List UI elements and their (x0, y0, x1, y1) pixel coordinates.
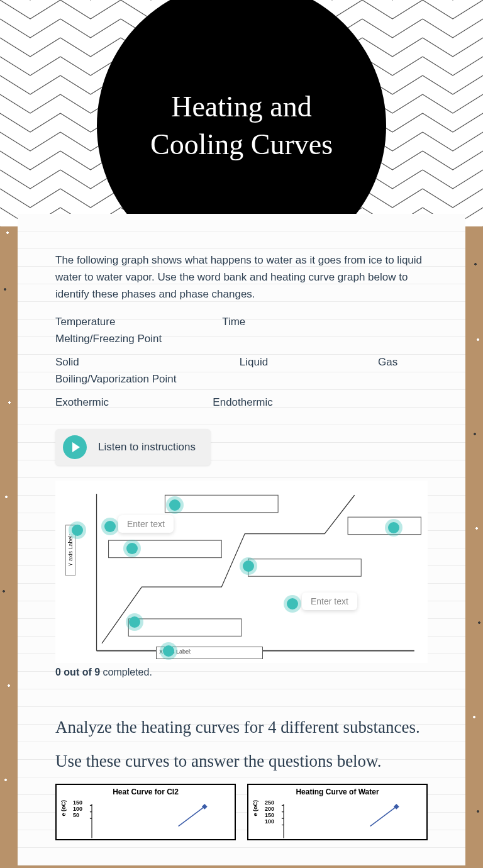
svg-rect-7 (348, 517, 421, 534)
input-enter-text-2[interactable]: Enter text (302, 593, 357, 610)
hotspot-box-right[interactable] (388, 522, 399, 533)
input-enter-text-1[interactable]: Enter text (118, 515, 174, 533)
chart-water: Heating Curve of Water e (oC) 250 200 15… (247, 784, 428, 840)
svg-rect-5 (248, 559, 362, 576)
hotspot-bottom-input[interactable] (287, 598, 298, 609)
header-banner: Heating and Cooling Curves (0, 0, 483, 226)
hotspot-box-top[interactable] (169, 499, 180, 511)
heating-curve-diagram[interactable]: Y axis Label: X axis Label: Enter text E… (55, 481, 428, 663)
word-bank-row3: Exothermic Endothermic (55, 394, 428, 411)
hotspot-yaxis[interactable] (72, 525, 83, 536)
content-card: The following graph shows what happens t… (18, 214, 465, 865)
hotspot-box-mid[interactable] (243, 560, 254, 572)
hotspot-xaxis[interactable] (163, 645, 174, 657)
listen-button[interactable]: Listen to instructions (55, 429, 211, 465)
charts-row: Heat Curve for Cl2 e (oC) 150 100 50 (55, 784, 428, 840)
svg-rect-6 (128, 618, 242, 635)
word-bank-row1: Temperature Time Melting/Freezing Point (55, 313, 428, 347)
word-bank-row2: Solid Liquid Gas Boiling/Vaporization Po… (55, 353, 428, 387)
page-body: The following graph shows what happens t… (0, 214, 483, 868)
hotspot-box-left[interactable] (126, 543, 138, 554)
section-heading-2: Use these curves to answer the questions… (55, 750, 428, 772)
play-icon (63, 435, 87, 459)
chart-cl2-title: Heat Curve for Cl2 (60, 787, 231, 796)
chart-water-title: Heating Curve of Water (252, 787, 423, 796)
svg-rect-3 (165, 495, 278, 512)
intro-text: The following graph shows what happens t… (55, 252, 428, 303)
title-circle: Heating and Cooling Curves (97, 0, 386, 226)
hotspot-box-bottom[interactable] (129, 616, 140, 628)
chart-cl2: Heat Curve for Cl2 e (oC) 150 100 50 (55, 784, 236, 840)
page-title: Heating and Cooling Curves (122, 88, 361, 164)
svg-rect-4 (109, 540, 222, 557)
section-heading-1: Analyze the heating curves for 4 differe… (55, 716, 428, 738)
hotspot-top-input[interactable] (104, 521, 116, 532)
listen-label: Listen to instructions (98, 441, 196, 453)
